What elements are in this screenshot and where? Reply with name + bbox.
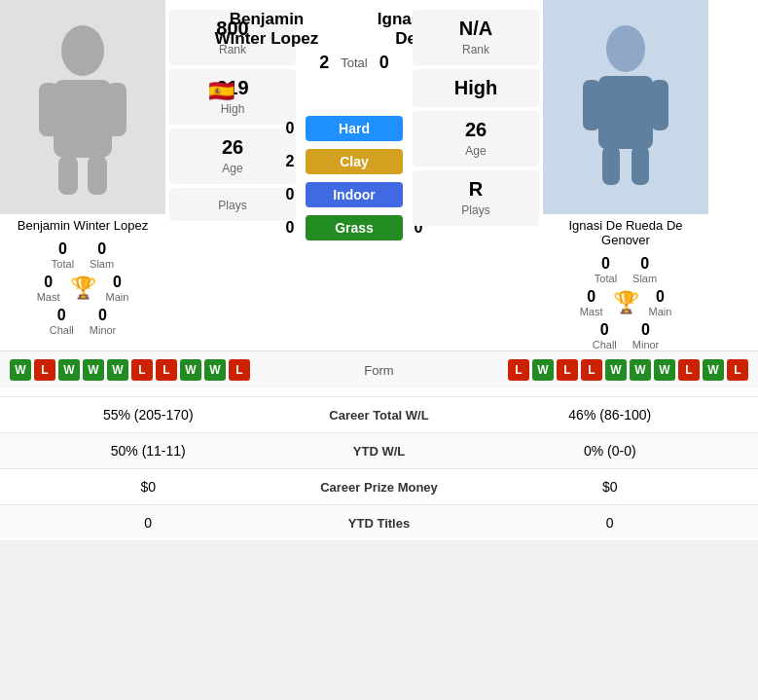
hard-left-score: 0: [280, 120, 300, 137]
left-main-value: 0: [106, 274, 129, 291]
right-slam-label: Slam: [632, 273, 657, 284]
right-form-9: W: [703, 359, 724, 381]
left-form-2: L: [34, 359, 55, 381]
total-label: Total: [341, 55, 367, 70]
right-mast-value: 0: [580, 288, 603, 306]
right-minor-label: Minor: [632, 339, 660, 350]
ytd-wl-right: 0% (0-0): [477, 443, 744, 459]
right-total-label: Total: [595, 273, 617, 284]
titles-label: YTD Titles: [282, 516, 477, 531]
svg-rect-9: [651, 80, 668, 130]
form-badges-right: L W L L W W W L W L: [438, 359, 749, 381]
grass-button[interactable]: Grass: [306, 215, 403, 240]
svg-rect-5: [88, 156, 107, 195]
left-form-9: W: [204, 359, 226, 381]
left-form-4: W: [83, 359, 104, 381]
titles-left: 0: [15, 515, 282, 531]
titles-right: 0: [477, 515, 744, 531]
left-player-name-below: Benjamin Winter Lopez: [0, 214, 165, 237]
left-mast-value: 0: [37, 274, 60, 291]
right-high-box: High: [413, 69, 539, 107]
svg-rect-7: [598, 76, 653, 149]
total-right-score: 0: [379, 53, 389, 73]
left-player-wrap: Benjamin Winter Lopez 0 Total 0 Slam 0 M…: [0, 0, 165, 350]
right-total-value: 0: [595, 255, 617, 273]
left-minor-value: 0: [90, 307, 117, 324]
titles-row: 0 YTD Titles 0: [0, 504, 758, 540]
right-player-name-below: Ignasi De Rueda De Genover: [543, 214, 708, 251]
form-badges-left: W L W W W L L W W L: [10, 359, 321, 381]
left-main-label: Main: [106, 291, 129, 303]
grass-left-score: 0: [280, 219, 300, 237]
right-minor-value: 0: [632, 321, 660, 339]
right-player-wrap: Ignasi De Rueda De Genover 0 Total 0 Sla…: [543, 0, 708, 350]
form-row: W L W W W L L W W L Form L W L L W W W L…: [0, 350, 758, 388]
right-plays-box: R Plays: [413, 170, 539, 226]
hard-button[interactable]: Hard: [306, 116, 403, 141]
career-wl-left: 55% (205-170): [15, 407, 282, 423]
career-wl-row: 55% (205-170) Career Total W/L 46% (86-1…: [0, 396, 758, 432]
center-section: BenjaminWinter Lopez Ignasi De RuedaDe G…: [296, 10, 413, 350]
left-player-name-top: BenjaminWinter Lopez: [189, 10, 344, 49]
ytd-wl-label: YTD W/L: [282, 444, 477, 459]
prize-row: $0 Career Prize Money $0: [0, 468, 758, 504]
prize-label: Career Prize Money: [282, 480, 477, 495]
left-form-5: W: [107, 359, 128, 381]
left-form-3: W: [58, 359, 80, 381]
right-main-label: Main: [649, 306, 672, 317]
left-form-7: L: [156, 359, 177, 381]
right-form-2: W: [532, 359, 554, 381]
svg-rect-11: [632, 146, 649, 185]
right-form-7: W: [654, 359, 675, 381]
form-label: Form: [321, 363, 438, 378]
right-player-photo: [543, 0, 708, 214]
trophy-icon-left: 🏆: [70, 276, 96, 301]
svg-rect-3: [107, 83, 126, 136]
right-form-10: L: [727, 359, 748, 381]
trophy-icon-right: 🏆: [613, 290, 639, 315]
player-comparison: Benjamin Winter Lopez 0 Total 0 Slam 0 M…: [0, 0, 758, 350]
svg-rect-8: [583, 80, 600, 130]
right-stat-boxes: N/A Rank High 26 Age R Plays: [413, 10, 539, 350]
left-total-value: 0: [52, 240, 74, 258]
clay-left-score: 2: [280, 153, 300, 170]
total-left-score: 2: [319, 53, 329, 73]
right-form-3: L: [557, 359, 578, 381]
left-chall-label: Chall: [50, 324, 74, 336]
right-age-box: 26 Age: [413, 111, 539, 166]
svg-point-0: [61, 25, 104, 76]
bottom-stats: 55% (205-170) Career Total W/L 46% (86-1…: [0, 396, 758, 540]
left-form-6: L: [131, 359, 153, 381]
left-slam-label: Slam: [90, 258, 114, 270]
left-form-8: W: [180, 359, 201, 381]
svg-rect-4: [58, 156, 78, 195]
right-mast-label: Mast: [580, 306, 603, 317]
left-minor-label: Minor: [90, 324, 117, 336]
career-wl-right: 46% (86-100): [477, 407, 744, 423]
right-slam-value: 0: [632, 255, 657, 273]
svg-rect-1: [54, 80, 112, 158]
left-slam-value: 0: [90, 240, 114, 258]
right-form-5: W: [605, 359, 627, 381]
left-total-label: Total: [52, 258, 74, 270]
prize-left: $0: [15, 479, 282, 495]
right-main-value: 0: [649, 288, 672, 306]
indoor-button[interactable]: Indoor: [306, 182, 403, 207]
indoor-left-score: 0: [280, 186, 300, 203]
left-flag: 🇪🇸: [208, 79, 235, 104]
left-mast-label: Mast: [37, 291, 60, 303]
right-chall-label: Chall: [593, 339, 617, 350]
left-form-1: W: [10, 359, 31, 381]
right-form-8: L: [678, 359, 700, 381]
svg-point-6: [606, 25, 645, 72]
right-chall-value: 0: [593, 321, 617, 339]
clay-button[interactable]: Clay: [306, 149, 403, 174]
right-form-6: W: [630, 359, 651, 381]
career-wl-label: Career Total W/L: [282, 408, 477, 423]
left-player-photo: [0, 0, 165, 214]
svg-rect-2: [39, 83, 58, 136]
left-chall-value: 0: [50, 307, 74, 324]
svg-rect-10: [602, 146, 620, 185]
prize-right: $0: [477, 479, 744, 495]
right-rank-box: N/A Rank: [413, 10, 539, 65]
